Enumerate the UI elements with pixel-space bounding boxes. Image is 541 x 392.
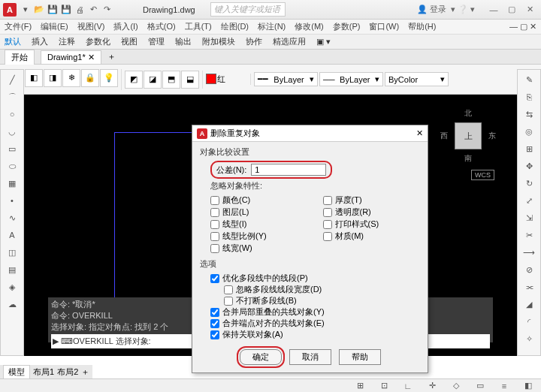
chk-layer[interactable]: 图层(L)	[210, 207, 308, 218]
line-icon[interactable]: ╱	[2, 71, 22, 88]
doc-min-icon[interactable]: — ▢ ✕	[509, 22, 536, 32]
tab-collab[interactable]: 协作	[246, 36, 262, 47]
status-iso-icon[interactable]: ◧	[518, 378, 538, 393]
tab-view[interactable]: 视图	[121, 36, 138, 47]
menu-insert[interactable]: 插入(I)	[113, 21, 138, 32]
tab-drawing1[interactable]: Drawing1* ✕	[41, 50, 101, 64]
login-link[interactable]: 👤 登录	[417, 4, 446, 15]
layout-add-icon[interactable]: ＋	[81, 366, 89, 378]
status-grid-icon[interactable]: ⊞	[350, 378, 370, 393]
menu-dim[interactable]: 标注(N)	[258, 21, 286, 32]
tab-param[interactable]: 参数化	[86, 36, 110, 47]
qat-redo-icon[interactable]: ↷	[101, 4, 113, 16]
qat-saveas-icon[interactable]: 💾	[60, 4, 72, 16]
layer-merge-icon[interactable]: ⬒	[162, 71, 180, 89]
menu-window[interactable]: 窗口(W)	[369, 21, 399, 32]
chk-opt6[interactable]: 保持关联对象(A)	[210, 329, 420, 340]
chk-opt2[interactable]: 忽略多段线线段宽度(D)	[224, 284, 420, 295]
color-swatch[interactable]	[206, 74, 216, 84]
qat-open-icon[interactable]: 📂	[33, 4, 45, 16]
status-snap-icon[interactable]: ⊡	[374, 378, 394, 393]
qat-undo-icon[interactable]: ↶	[87, 4, 99, 16]
minimize-icon[interactable]: —	[485, 4, 502, 16]
help-icon[interactable]: ▾ ❔ ▾	[451, 5, 475, 14]
array-icon[interactable]: ⊞	[519, 140, 539, 157]
region-icon[interactable]: ◈	[2, 279, 22, 295]
qat-print-icon[interactable]: 🖨	[74, 4, 86, 16]
rect-icon[interactable]: ▭	[2, 140, 22, 157]
menu-draw[interactable]: 绘图(D)	[221, 21, 249, 32]
lineweight-dropdown[interactable]: ━━ByLayer▾	[254, 72, 318, 86]
layer-off-icon[interactable]: 💡	[100, 69, 118, 87]
fillet-icon[interactable]: ◜	[519, 313, 539, 330]
chk-color[interactable]: 颜色(C)	[210, 194, 308, 206]
tab-featured[interactable]: 精选应用	[273, 36, 306, 47]
chamfer-icon[interactable]: ◢	[519, 296, 539, 312]
menu-edit[interactable]: 编辑(E)	[41, 21, 68, 32]
qat-new-icon[interactable]: ▾	[20, 4, 32, 16]
help-button[interactable]: 帮助	[339, 349, 381, 365]
layer-match-icon[interactable]: ◩	[125, 71, 143, 89]
menu-view[interactable]: 视图(V)	[77, 21, 105, 32]
explode-icon[interactable]: ✧	[519, 330, 539, 347]
text-icon[interactable]: A	[2, 227, 22, 243]
spline-icon[interactable]: ∿	[2, 210, 22, 226]
trim-icon[interactable]: ✂	[519, 227, 539, 243]
chk-ltscale[interactable]: 线型比例(Y)	[210, 231, 308, 242]
chk-ltype[interactable]: 线型(I)	[210, 219, 308, 230]
copy-icon[interactable]: ⎘	[519, 89, 539, 105]
cloud-icon[interactable]: ☁	[2, 296, 22, 312]
status-ortho-icon[interactable]: ∟	[398, 378, 418, 393]
chk-opt3[interactable]: 不打断多段线(B)	[224, 295, 420, 306]
block-icon[interactable]: ◫	[2, 244, 22, 261]
layer-freeze-icon[interactable]: ❄	[62, 69, 80, 87]
tab-output[interactable]: 输出	[175, 36, 192, 47]
close-icon[interactable]: ✕	[521, 4, 538, 16]
dialog-close-icon[interactable]: ✕	[416, 128, 423, 138]
layer-prev-icon[interactable]: ◪	[144, 71, 162, 89]
layer-iso-icon[interactable]: ◨	[44, 69, 62, 87]
mirror-icon[interactable]: ⇆	[519, 106, 539, 122]
layer-lock-icon[interactable]: 🔒	[81, 69, 99, 87]
chk-opt4[interactable]: 合并局部重叠的共线对象(Y)	[210, 306, 420, 318]
menu-help[interactable]: 帮助(H)	[408, 21, 436, 32]
tab-manage[interactable]: 管理	[148, 36, 165, 47]
layout-model[interactable]: 模型	[3, 365, 30, 379]
cancel-button[interactable]: 取消	[289, 349, 331, 365]
rotate-icon[interactable]: ↻	[519, 175, 539, 191]
chk-thick[interactable]: 厚度(T)	[323, 194, 421, 206]
chk-transp[interactable]: 透明度(R)	[323, 207, 421, 218]
chk-mat[interactable]: 材质(M)	[323, 231, 421, 242]
viewcube[interactable]: 北 南 西 东 上	[442, 110, 494, 162]
arc-icon[interactable]: ◡	[2, 123, 22, 140]
tab-more-icon[interactable]: ▣ ▾	[316, 37, 331, 47]
point-icon[interactable]: •	[2, 192, 22, 209]
layer-delete-icon[interactable]: ⬓	[181, 71, 199, 89]
extend-icon[interactable]: ⟶	[519, 244, 539, 261]
color-dropdown[interactable]: 红	[217, 74, 247, 85]
linetype-dropdown[interactable]: ──ByLayer▾	[319, 72, 383, 86]
status-lwt-icon[interactable]: ≡	[494, 378, 514, 393]
pline-icon[interactable]: ⌒	[2, 89, 22, 105]
status-polar-icon[interactable]: ✛	[422, 378, 442, 393]
join-icon[interactable]: ⫘	[519, 279, 539, 295]
maximize-icon[interactable]: ▢	[503, 4, 520, 16]
tab-default[interactable]: 默认	[5, 36, 21, 47]
menu-file[interactable]: 文件(F)	[5, 21, 32, 32]
chk-lweight[interactable]: 线宽(W)	[210, 243, 308, 254]
qat-save-icon[interactable]: 💾	[47, 4, 59, 16]
status-osnap-icon[interactable]: ◇	[446, 378, 466, 393]
tab-start[interactable]: 开始	[5, 50, 35, 65]
layout-2[interactable]: 布局2	[57, 366, 78, 378]
menu-format[interactable]: 格式(O)	[147, 21, 176, 32]
menu-modify[interactable]: 修改(M)	[295, 21, 324, 32]
chk-pstyle[interactable]: 打印样式(S)	[323, 219, 421, 230]
viewcube-face[interactable]: 上	[455, 122, 482, 149]
tab-insert[interactable]: 插入	[32, 36, 48, 47]
layout-1[interactable]: 布局1	[33, 366, 54, 378]
new-tab-icon[interactable]: ＋	[107, 51, 116, 62]
tab-addons[interactable]: 附加模块	[202, 36, 235, 47]
tab-annotate[interactable]: 注释	[59, 36, 75, 47]
scale-icon[interactable]: ⤢	[519, 192, 539, 209]
move-icon[interactable]: ✥	[519, 158, 539, 174]
